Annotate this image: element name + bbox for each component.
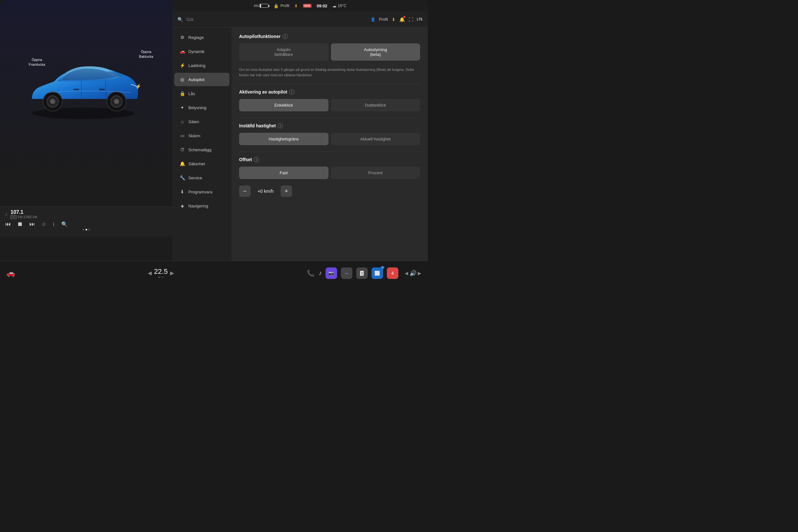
- svg-point-7: [50, 99, 55, 104]
- sakerhet-icon: 🔔: [179, 161, 185, 166]
- music-icon-taskbar[interactable]: ♪: [319, 269, 322, 277]
- camera-app-icon[interactable]: 📷: [326, 267, 337, 279]
- autopilot-content: Autopilotfunktioner i Adaptivfarthållare…: [231, 27, 428, 261]
- nav-item-service[interactable]: 🔧 Service: [174, 171, 229, 185]
- phone-icon-taskbar[interactable]: 📞: [307, 269, 315, 277]
- adaptiv-button[interactable]: Adaptivfarthållare: [239, 43, 328, 61]
- fast-button[interactable]: Fast: [239, 167, 328, 179]
- nav-item-skarm[interactable]: ▭ Skärm: [174, 129, 229, 142]
- autostyrning-label: Autostyrning(beta): [364, 47, 387, 57]
- offset-info-icon[interactable]: i: [254, 157, 259, 162]
- offset-plus-button[interactable]: +: [281, 185, 292, 197]
- media-station: 107.1: [11, 209, 37, 215]
- stop-button[interactable]: ⏹: [17, 221, 23, 228]
- profile-label[interactable]: Profil: [379, 17, 388, 22]
- svg-rect-3: [73, 89, 79, 90]
- autostyrning-button[interactable]: Autostyrning(beta): [331, 43, 420, 61]
- saten-icon: ⌂: [179, 119, 185, 124]
- car-icon-taskbar[interactable]: 🚗: [6, 269, 15, 277]
- search-input[interactable]: [186, 17, 367, 22]
- car-svg: ⚡: [22, 51, 144, 121]
- camera-icon: 📷: [328, 271, 334, 276]
- schemalagd-icon: ⏱: [179, 147, 185, 152]
- aktuell-button[interactable]: Aktuell hastighet: [331, 133, 420, 145]
- nav-item-las[interactable]: 🔒 Lås: [174, 87, 229, 100]
- battery-percent: 4%: [254, 4, 259, 8]
- calendar-app-icon[interactable]: 4: [387, 267, 398, 279]
- nav-label-service: Service: [188, 175, 202, 180]
- browser-app-icon[interactable]: ⬜ T: [372, 267, 383, 279]
- svg-rect-4: [99, 89, 105, 90]
- offset-minus-button[interactable]: −: [239, 185, 251, 197]
- hastighetsgrans-button[interactable]: Hastighetsgräns: [239, 133, 328, 145]
- more-icon: ···: [345, 271, 348, 276]
- enkelklick-label: Enkelklick: [274, 103, 293, 108]
- screen-bezel: 4% 🔒 Profil ⬇ SOS 09:02 ☁ 16°C EDGE ▲: [0, 0, 428, 285]
- nav-label-belysning: Belysning: [188, 105, 206, 110]
- dubbelklick-button[interactable]: Dubbelklick: [331, 99, 420, 111]
- laddning-icon: ⚡: [179, 63, 185, 68]
- nav-item-sakerhet[interactable]: 🔔 Säkerhet: [174, 157, 229, 170]
- speed-info-icon[interactable]: i: [278, 123, 283, 128]
- nav-label-dynamik: Dynamik: [188, 49, 205, 54]
- clock: 09:02: [317, 3, 327, 8]
- volume-icon[interactable]: 🔊: [410, 270, 417, 277]
- temp-right-arrow[interactable]: ▶: [170, 270, 174, 276]
- profile-label-top[interactable]: Profil: [281, 3, 289, 8]
- snowflake-icon: ❄: [158, 276, 160, 279]
- nav-item-laddning[interactable]: ⚡ Laddning: [174, 59, 229, 72]
- nav-item-saten[interactable]: ⌂ Säten: [174, 115, 229, 128]
- activation-info-icon[interactable]: i: [289, 89, 294, 94]
- service-icon: 🔧: [179, 175, 185, 180]
- temperature-display: 22.5: [154, 267, 168, 276]
- las-icon: 🔒: [179, 91, 185, 96]
- autopilot-icon: ◎: [179, 77, 185, 82]
- taskbar-left: 🚗: [6, 269, 15, 277]
- functions-info-icon[interactable]: i: [283, 34, 288, 39]
- nav-item-autopilot[interactable]: ◎ Autopilot: [174, 73, 229, 86]
- prev-volume-arrow[interactable]: ◀: [405, 271, 408, 276]
- nav-label-navigering: Navigering: [188, 204, 208, 208]
- dot-2: [86, 229, 87, 230]
- procent-button[interactable]: Procent: [331, 167, 420, 179]
- lte-icon: LTE: [417, 18, 423, 21]
- nav-item-dynamik[interactable]: 🚗 Dynamik: [174, 45, 229, 58]
- offset-type-group: Fast Procent: [239, 167, 420, 179]
- speed-section-title: Inställd hastighet i: [239, 123, 420, 128]
- nav-list: ⚙ Reglage 🚗 Dynamik ⚡ Laddning ◎ Autopil…: [172, 27, 231, 261]
- procent-label: Procent: [368, 170, 383, 175]
- belysning-icon: ✦: [179, 105, 185, 110]
- nav-item-schemalagd[interactable]: ⏱ Schemalägg: [174, 143, 229, 156]
- favorite-button[interactable]: ☆: [41, 221, 46, 227]
- nav-item-belysning[interactable]: ✦ Belysning: [174, 101, 229, 114]
- search-media-button[interactable]: 🔍: [61, 221, 68, 227]
- right-panel: 🔍 👤 Profil ⬇ 🔔 ⛶ LTE ⚙ Reglage: [172, 12, 428, 261]
- dubbelklick-label: Dubbelklick: [365, 103, 386, 108]
- enkelklick-button[interactable]: Enkelklick: [239, 99, 328, 111]
- svg-point-10: [114, 99, 119, 104]
- divider-3: [239, 152, 420, 152]
- card-app-icon[interactable]: 🃏: [356, 267, 368, 279]
- nav-label-laddning: Laddning: [188, 63, 206, 68]
- dot-3: [89, 229, 90, 230]
- prev-button[interactable]: ⏮: [5, 221, 11, 228]
- download-icon-top: ⬇: [294, 3, 298, 8]
- nav-item-navigering[interactable]: ◈ Navigering: [174, 199, 229, 212]
- temp-left-arrow[interactable]: ◀: [148, 270, 152, 276]
- nav-item-reglage[interactable]: ⚙ Reglage: [174, 31, 229, 44]
- taskbar-center: ◀ 22.5 ❄ ⊓ ▶: [148, 267, 174, 279]
- nav-item-programvara[interactable]: ⬇ Programvara: [174, 185, 229, 198]
- more-app-icon[interactable]: ···: [341, 267, 353, 279]
- nav-label-las: Lås: [188, 91, 195, 96]
- volume-controls: ◀ 🔊 ▶: [405, 270, 421, 277]
- bluetooth-icon[interactable]: ⛶: [408, 17, 413, 22]
- equalizer-button[interactable]: ⫶: [52, 222, 55, 227]
- navigering-icon: ◈: [179, 203, 185, 208]
- taskbar: 🚗 ◀ 22.5 ❄ ⊓ ▶ 📞 ♪ 📷 ··· 🃏: [0, 261, 428, 285]
- left-panel: EDGE ▲ P HÅLL ▼ ÖppnaFramlucka Öpp: [0, 0, 172, 261]
- offset-control: − +0 km/h +: [239, 185, 420, 197]
- temperature-top: 16°C: [338, 3, 346, 8]
- next-volume-arrow[interactable]: ▶: [418, 271, 421, 276]
- next-button[interactable]: ⏭: [30, 221, 35, 228]
- nav-label-programvara: Programvara: [188, 190, 212, 194]
